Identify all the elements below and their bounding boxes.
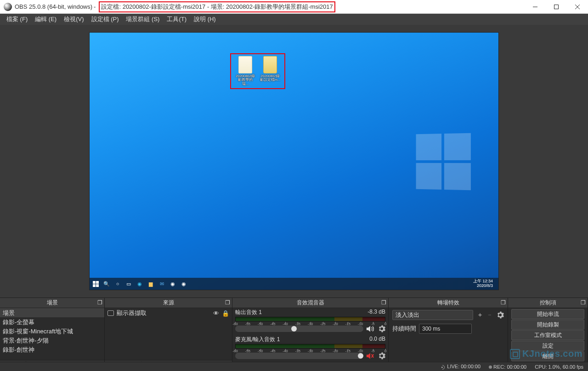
scene-item[interactable]: 錄影-創世神: [0, 345, 104, 354]
chrome-icon: ◉: [170, 281, 176, 287]
close-button[interactable]: [567, 0, 588, 13]
transitions-panel: 轉場特效 ❐ 淡入淡出 ＋－ 持續時間 300 ms: [389, 298, 508, 371]
channel-settings-icon[interactable]: [378, 352, 385, 360]
menu-profile[interactable]: 設定檔 (P): [89, 14, 122, 24]
channel-name: 麥克風/輸入音效 1: [235, 336, 280, 343]
mixer-channel: 輸出音效 1-8.3 dB -60-55-50-45-40-35-30-25-2…: [232, 308, 388, 335]
preview-area: 20200802錄影教學的場... 20200802錄影設定檔m... 🔍 ○ …: [0, 25, 588, 298]
meter-ticks: -60-55-50-45-40-35-30-25-20-15-10-50: [235, 322, 385, 325]
channel-db: -8.3 dB: [368, 309, 385, 316]
popout-icon[interactable]: ❐: [581, 299, 586, 306]
popout-icon[interactable]: ❐: [225, 299, 230, 306]
volume-slider[interactable]: [235, 353, 363, 359]
menu-scene-collection[interactable]: 場景群組 (S): [123, 14, 162, 24]
volume-meter: [235, 317, 385, 321]
menu-file[interactable]: 檔案 (F): [4, 14, 30, 24]
volume-meter: [235, 344, 385, 349]
scene-item[interactable]: 背景-創世神-夕陽: [0, 336, 104, 345]
windows-logo-icon: [416, 133, 471, 191]
transition-settings-icon[interactable]: [497, 311, 504, 319]
cortana-icon: ○: [114, 281, 121, 287]
lock-toggle[interactable]: 🔒: [222, 310, 229, 317]
sources-list[interactable]: 顯示器擷取 👁 🔒: [105, 308, 232, 360]
visibility-toggle[interactable]: 👁: [213, 310, 219, 317]
menu-tools[interactable]: 工具(T): [164, 14, 189, 24]
transition-add-button[interactable]: ＋: [476, 311, 484, 319]
source-item[interactable]: 顯示器擷取 👁 🔒: [105, 308, 232, 318]
status-recording: REC: 00:00:00: [489, 364, 526, 370]
folder-icon: [263, 56, 277, 73]
scene-item[interactable]: 錄影-全螢幕: [0, 317, 104, 326]
status-connection: LIVE: 00:00:00: [440, 364, 481, 369]
transition-select[interactable]: 淡入淡出: [392, 310, 473, 320]
obs-tray-icon: ◉: [181, 281, 187, 287]
popout-icon[interactable]: ❐: [381, 299, 386, 306]
dock-panels: 場景 ❐ 場景 錄影-全螢幕 錄影-視窗-Minecraft地下城 背景-創世神…: [0, 298, 588, 371]
duration-input[interactable]: 300 ms: [419, 324, 472, 334]
mixer-channel: 麥克風/輸入音效 10.0 dB -60-55-50-45-40-35-30-2…: [232, 335, 388, 362]
search-icon: 🔍: [103, 281, 110, 287]
menu-view[interactable]: 檢視(V): [61, 14, 86, 24]
duration-label: 持續時間: [392, 325, 416, 333]
edge-icon: ◉: [136, 281, 143, 287]
scene-item[interactable]: 場景: [0, 308, 104, 317]
task-view-icon: ▭: [125, 281, 132, 287]
svg-rect-1: [554, 5, 559, 9]
studio-mode-button[interactable]: 工作室模式: [511, 330, 584, 340]
mail-icon: ✉: [158, 281, 165, 287]
transition-remove-button[interactable]: －: [486, 311, 494, 319]
explorer-icon: ▆: [147, 281, 154, 287]
controls-header[interactable]: 控制項 ❐: [508, 298, 588, 308]
sources-panel: 來源 ❐ 顯示器擷取 👁 🔒 ＋ － ✿ ∧ ∨: [105, 298, 232, 371]
sources-header[interactable]: 來源 ❐: [105, 298, 232, 308]
minimize-button[interactable]: [525, 0, 546, 13]
menu-help[interactable]: 說明 (H): [191, 14, 219, 24]
desktop-file-2: 20200802錄影設定檔m...: [260, 56, 281, 88]
title-highlight: 設定檔: 20200802-錄影設定檔-msi2017 - 場景: 202008…: [99, 1, 335, 12]
speaker-icon[interactable]: [366, 326, 374, 332]
menu-edit[interactable]: 編輯 (E): [32, 14, 59, 24]
speaker-muted-icon[interactable]: [366, 353, 374, 359]
source-label: 顯示器擷取: [117, 309, 147, 317]
popout-icon[interactable]: ❐: [501, 299, 506, 306]
obs-icon: [4, 3, 12, 11]
maximize-button[interactable]: [546, 0, 567, 13]
status-bar: LIVE: 00:00:00 REC: 00:00:00 CPU: 1.0%, …: [0, 362, 588, 371]
start-recording-button[interactable]: 開始錄製: [511, 320, 584, 330]
mixer-header[interactable]: 音效混音器 ❐: [232, 298, 388, 308]
annotation-red-box: 20200802錄影教學的場... 20200802錄影設定檔m...: [230, 53, 285, 89]
volume-slider[interactable]: [235, 326, 363, 332]
taskbar: 🔍 ○ ▭ ◉ ▆ ✉ ◉ ◉ 上午 12:34 2020/8/3: [90, 278, 498, 290]
title-bar: OBS 25.0.8 (64-bit, windows) - 設定檔: 2020…: [0, 0, 588, 14]
broadcast-icon: [439, 364, 446, 370]
status-cpu: CPU: 1.0%, 60.00 fps: [535, 364, 583, 370]
menu-bar: 檔案 (F) 編輯 (E) 檢視(V) 設定檔 (P) 場景群組 (S) 工具(…: [0, 14, 588, 25]
taskbar-clock: 上午 12:34 2020/8/3: [473, 279, 496, 288]
popout-icon[interactable]: ❐: [97, 299, 102, 306]
watermark: KJnotes.com: [510, 349, 582, 359]
file-icon: [238, 56, 252, 73]
scenes-header[interactable]: 場景 ❐: [0, 298, 104, 308]
watermark-logo-icon: [510, 349, 520, 359]
scenes-list[interactable]: 場景 錄影-全螢幕 錄影-視窗-Minecraft地下城 背景-創世神-夕陽 錄…: [0, 308, 104, 360]
display-capture-icon: [107, 310, 114, 316]
channel-db: 0.0 dB: [369, 336, 385, 343]
channel-settings-icon[interactable]: [378, 325, 385, 332]
scene-item[interactable]: 錄影-視窗-Minecraft地下城: [0, 326, 104, 336]
preview-canvas[interactable]: 20200802錄影教學的場... 20200802錄影設定檔m... 🔍 ○ …: [90, 33, 498, 290]
record-dot-icon: [489, 365, 492, 369]
channel-name: 輸出音效 1: [235, 309, 262, 316]
scenes-panel: 場景 ❐ 場景 錄影-全螢幕 錄影-視窗-Minecraft地下城 背景-創世神…: [0, 298, 105, 371]
title-app: OBS 25.0.8 (64-bit, windows): [15, 3, 92, 10]
mixer-panel: 音效混音器 ❐ 輸出音效 1-8.3 dB -60-55-50-45-40-35…: [232, 298, 389, 371]
desktop-file-1: 20200802錄影教學的場...: [235, 56, 256, 88]
meter-ticks: -60-55-50-45-40-35-30-25-20-15-10-50: [235, 349, 385, 352]
start-streaming-button[interactable]: 開始串流: [511, 309, 584, 319]
controls-panel: 控制項 ❐ 開始串流 開始錄製 工作室模式 設定 離開: [508, 298, 588, 371]
transitions-header[interactable]: 轉場特效 ❐: [389, 298, 508, 308]
start-button-icon: [92, 281, 99, 287]
